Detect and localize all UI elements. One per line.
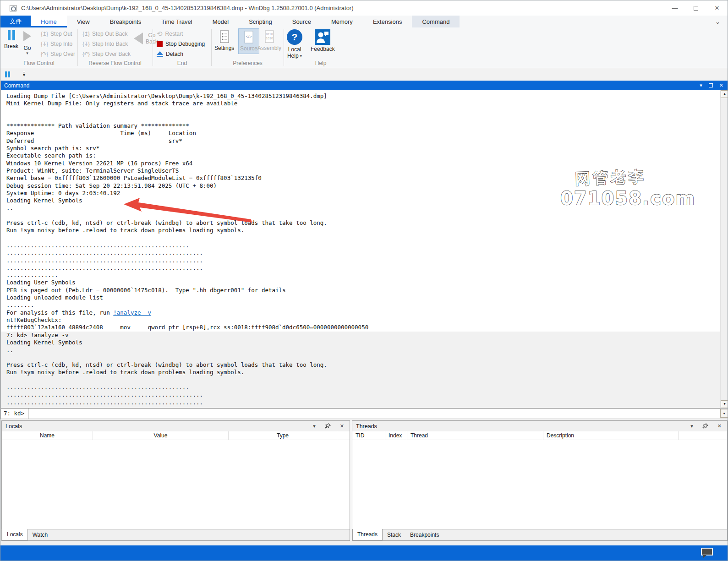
source-icon: </> xyxy=(243,31,254,44)
threads-dropdown-icon[interactable]: ▾ xyxy=(690,423,693,429)
step-into-button[interactable]: {↧} Step Into xyxy=(41,40,72,48)
group-end: ⟲ Restart Stop Debugging Detach End xyxy=(153,27,211,68)
quick-access-toolbar: ▾ xyxy=(0,68,728,81)
command-window: Command ▾ ✕ Loading Dump File [C:\Users\… xyxy=(0,81,728,419)
tab-extensions[interactable]: Extensions xyxy=(363,16,412,27)
app-icon xyxy=(10,5,16,11)
assembly-icon: 01101010 xyxy=(264,30,275,44)
locals-panel: Locals ▾ ✕ Name Value Type Locals Watch xyxy=(1,420,350,541)
go-dropdown-icon[interactable]: ▾ xyxy=(26,51,28,55)
threads-panel-title: Threads xyxy=(356,423,377,430)
ribbon-tab-bar: 文件 Home View Breakpoints Time Travel Mod… xyxy=(0,16,728,27)
locals-panel-header: Locals ▾ ✕ xyxy=(2,421,350,431)
step-over-back-button[interactable]: {↶} Step Over Back xyxy=(82,50,131,58)
console-text-running: 7: kd> !analyze -v Loading Kernel Symbol… xyxy=(1,332,728,408)
threads-close-icon[interactable]: ✕ xyxy=(717,423,722,429)
step-out-back-button[interactable]: {↥} Step Out Back xyxy=(82,30,127,38)
locals-close-icon[interactable]: ✕ xyxy=(340,423,344,429)
assembly-button[interactable]: 01101010 Assembly xyxy=(257,30,281,51)
locals-panel-title: Locals xyxy=(5,423,22,430)
restart-icon: ⟲ xyxy=(157,30,163,38)
command-output[interactable]: Loading Dump File [C:\Users\Administrato… xyxy=(1,90,728,408)
locals-pin-icon[interactable] xyxy=(325,423,331,429)
maximize-icon[interactable] xyxy=(685,0,706,16)
go-button[interactable]: Go ▾ xyxy=(23,31,31,55)
threads-panel-body[interactable] xyxy=(352,440,727,529)
tab-breakpoints[interactable]: Breakpoints xyxy=(100,16,152,27)
command-vertical-scrollbar[interactable]: ▲ ▼ xyxy=(720,90,728,408)
locals-panel-body[interactable] xyxy=(2,440,350,529)
watermark-line1: 网管老李 xyxy=(575,173,646,183)
break-button[interactable]: Break xyxy=(4,30,18,49)
title-bar: C:\Users\Administrator\Desktop\Dump\k-19… xyxy=(0,0,728,16)
column-header-name[interactable]: Name xyxy=(2,431,93,440)
tab-locals[interactable]: Locals xyxy=(2,529,28,540)
step-into-back-icon: {↧} xyxy=(82,41,89,47)
group-label-reverse-flow-control: Reverse Flow Control xyxy=(78,60,152,66)
close-icon[interactable]: ✕ xyxy=(706,0,728,16)
threads-pin-icon[interactable] xyxy=(702,423,708,429)
help-icon: ? xyxy=(287,29,302,45)
tab-breakpoints-bottom[interactable]: Breakpoints xyxy=(405,529,443,540)
tab-home[interactable]: Home xyxy=(31,16,67,27)
locals-dropdown-icon[interactable]: ▾ xyxy=(313,423,316,429)
prompt-label: 7: kd> xyxy=(1,408,28,419)
group-label-help: Help xyxy=(284,60,357,66)
command-input[interactable] xyxy=(28,408,728,419)
column-header-tid[interactable]: TID xyxy=(352,431,385,440)
step-out-back-icon: {↥} xyxy=(82,31,89,37)
analyze-link[interactable]: !analyze -v xyxy=(113,309,151,316)
step-over-back-icon: {↶} xyxy=(82,51,89,57)
go-back-icon xyxy=(134,33,143,44)
tab-stack[interactable]: Stack xyxy=(383,529,405,540)
step-out-icon: {↥} xyxy=(41,31,48,37)
quick-toolbar-dropdown-icon[interactable]: ▾ xyxy=(23,72,25,77)
step-into-back-button[interactable]: {↧} Step Into Back xyxy=(82,40,128,48)
quick-pause-icon[interactable] xyxy=(5,71,10,77)
stop-debugging-button[interactable]: Stop Debugging xyxy=(157,40,205,48)
locals-panel-tabs: Locals Watch xyxy=(2,529,350,540)
command-dropdown-icon[interactable]: ▾ xyxy=(700,82,702,88)
tab-file[interactable]: 文件 xyxy=(0,16,31,27)
column-header-index[interactable]: Index xyxy=(385,431,407,440)
local-help-dropdown-icon: ▾ xyxy=(300,54,302,58)
detach-eject-icon xyxy=(157,51,163,57)
column-header-thread[interactable]: Thread xyxy=(407,431,543,440)
source-button[interactable]: </> Source xyxy=(238,28,259,54)
column-header-type[interactable]: Type xyxy=(229,431,337,440)
tab-model[interactable]: Model xyxy=(203,16,239,27)
tab-memory[interactable]: Memory xyxy=(321,16,363,27)
column-header-description[interactable]: Description xyxy=(543,431,679,440)
group-label-end: End xyxy=(153,60,211,66)
tab-source[interactable]: Source xyxy=(282,16,321,27)
command-close-icon[interactable]: ✕ xyxy=(719,82,723,88)
tab-time-travel[interactable]: Time Travel xyxy=(151,16,202,27)
feedback-button[interactable]: Feedback xyxy=(311,29,335,52)
command-prompt-row: 7: kd> ▼ xyxy=(1,408,728,419)
command-maximize-icon[interactable] xyxy=(709,83,713,87)
restart-button[interactable]: ⟲ Restart xyxy=(157,30,183,38)
group-preferences: Settings </> Source 01101010 Assembly Pr… xyxy=(212,27,284,68)
step-over-icon: {↷} xyxy=(41,51,48,57)
scroll-down-icon[interactable]: ▼ xyxy=(721,400,728,408)
group-flow-control: Break Go ▾ {↥} Step Out {↧} Step Into {↷… xyxy=(0,27,77,68)
tab-view[interactable]: View xyxy=(67,16,100,27)
settings-button[interactable]: Settings xyxy=(214,30,234,51)
detach-button[interactable]: Detach xyxy=(157,50,183,58)
tab-scripting[interactable]: Scripting xyxy=(239,16,282,27)
step-over-button[interactable]: {↷} Step Over xyxy=(41,50,75,58)
stop-icon xyxy=(157,41,163,47)
ribbon: Break Go ▾ {↥} Step Out {↧} Step Into {↷… xyxy=(0,27,728,68)
minimize-icon[interactable]: — xyxy=(664,0,685,16)
column-header-value[interactable]: Value xyxy=(93,431,229,440)
tab-watch[interactable]: Watch xyxy=(28,529,53,540)
tab-command[interactable]: Command xyxy=(412,16,460,27)
feedback-bubble-icon[interactable] xyxy=(701,548,713,556)
command-input-scroll-icon[interactable]: ▼ xyxy=(720,409,728,418)
scroll-up-icon[interactable]: ▲ xyxy=(721,90,728,98)
local-help-button[interactable]: ? Local Help▾ xyxy=(287,29,302,59)
ribbon-collapse-icon[interactable]: ⌄ xyxy=(715,18,720,25)
svg-text:1010: 1010 xyxy=(266,37,273,40)
tab-threads[interactable]: Threads xyxy=(352,529,383,540)
step-out-button[interactable]: {↥} Step Out xyxy=(41,30,72,38)
